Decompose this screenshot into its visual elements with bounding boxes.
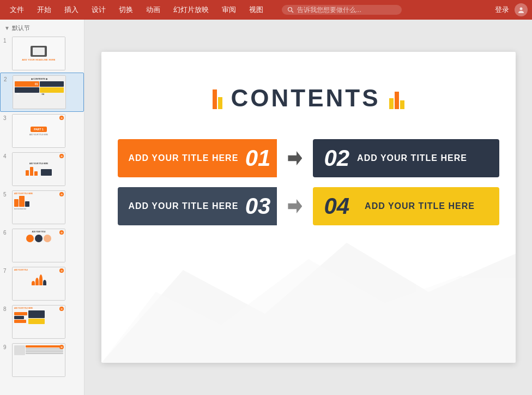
bar-5 [400, 100, 404, 109]
slide-title: CONTENTS [231, 85, 380, 112]
menu-home[interactable]: 开始 [32, 3, 57, 17]
slide-thumb-1[interactable]: 1 ADD YOUR HEADLINE HERE [0, 34, 84, 73]
slide-thumb-2[interactable]: 2 ◆ CONTENTS ◆ 01 02 03 04 [0, 73, 84, 112]
svg-line-1 [292, 11, 293, 13]
menu-transition[interactable]: 切换 [113, 3, 138, 17]
thumb-img-4: ADD YOUR TITLE HERE ⊕ [12, 152, 65, 186]
building-icon-left [213, 87, 222, 109]
thumb-img-6: ADD YOUR TITLE ⊕ [12, 229, 65, 262]
thumb-corner-icon-5: ⊕ [59, 192, 64, 196]
slide-canvas: CONTENTS ADD YOUR TITLE HERE 01 [101, 52, 516, 363]
slide-num-9: 9 [3, 344, 10, 350]
box-4-number: 04 [324, 195, 349, 218]
building-icon-right [389, 87, 404, 109]
section-arrow: ▼ [4, 25, 10, 31]
menu-review[interactable]: 审阅 [216, 3, 241, 17]
boxes-area: ADD YOUR TITLE HERE 01 02 ADD YOUR TITLE… [118, 139, 499, 225]
arrow-connector-1 [287, 151, 303, 165]
slide-num-4: 4 [3, 153, 10, 159]
slide-num-8: 8 [3, 306, 10, 312]
search-box[interactable] [282, 5, 402, 15]
slide-num-5: 5 [3, 191, 10, 198]
mountain-background [101, 226, 516, 363]
thumb-img-2: ◆ CONTENTS ◆ 01 02 03 04 [13, 75, 66, 109]
menu-slideshow[interactable]: 幻灯片放映 [168, 3, 214, 17]
svg-point-0 [288, 8, 292, 11]
thumb-corner-icon-8: ⊕ [59, 307, 64, 311]
slide-thumb-5[interactable]: 5 ADD YOUR TITLE HERE text text text tex… [0, 188, 84, 226]
menu-view[interactable]: 视图 [244, 3, 269, 17]
search-icon [287, 7, 294, 13]
box-3-title: ADD YOUR TITLE HERE [129, 201, 239, 211]
thumb-corner-icon-6: ⊕ [59, 230, 64, 235]
box-3-number: 03 [241, 187, 277, 225]
thumb-img-1: ADD YOUR HEADLINE HERE [12, 37, 65, 70]
slide-num-7: 7 [3, 268, 10, 274]
content-box-4[interactable]: 04 ADD YOUR TITLE HERE [313, 187, 499, 225]
menu-bar: 文件 开始 插入 设计 切换 动画 幻灯片放映 审阅 视图 登录 [0, 0, 532, 20]
thumb-img-9: ⊕ [12, 343, 65, 377]
slide-thumb-8[interactable]: 8 ADD YOUR TITLE HERE [0, 303, 84, 341]
menu-insert[interactable]: 插入 [59, 3, 84, 17]
section-name: 默认节 [12, 24, 30, 32]
content-box-3[interactable]: ADD YOUR TITLE HERE 03 [118, 187, 277, 225]
box-1-title: ADD YOUR TITLE HERE [129, 153, 239, 163]
svg-marker-4 [101, 259, 516, 363]
slide-thumb-9[interactable]: 9 ⊕ [0, 341, 84, 379]
thumb-img-7: ADD YOUR TITLE ⊕ [12, 267, 65, 301]
slide-thumb-3[interactable]: 3 PART 1 ADD YOUR TITLE HERE ⊕ [0, 112, 84, 150]
search-input[interactable] [297, 6, 384, 14]
slide-thumb-4[interactable]: 4 ADD YOUR TITLE HERE ⊕ [0, 150, 84, 188]
slide-num-2: 2 [4, 76, 10, 82]
user-icon [517, 6, 525, 14]
content-box-1[interactable]: ADD YOUR TITLE HERE 01 [118, 139, 277, 177]
svg-point-2 [520, 8, 523, 10]
content-box-2[interactable]: 02 ADD YOUR TITLE HERE [313, 139, 499, 177]
thumb-img-5: ADD YOUR TITLE HERE text text text text … [12, 190, 65, 224]
thumb-img-3: PART 1 ADD YOUR TITLE HERE ⊕ [12, 114, 65, 148]
content-area: CONTENTS ADD YOUR TITLE HERE 01 [84, 20, 532, 395]
slide-thumb-6[interactable]: 6 ADD YOUR TITLE ⊕ [0, 226, 84, 265]
box-1-number: 01 [241, 139, 277, 177]
bar-1 [213, 89, 217, 109]
slide-thumb-7[interactable]: 7 ADD YOUR TITLE ⊕ [0, 265, 84, 303]
slide-title-area: CONTENTS [213, 85, 404, 112]
slide-num-6: 6 [3, 230, 10, 236]
arrow-connector-2 [287, 199, 303, 213]
menu-right: 登录 [495, 3, 528, 16]
menu-animation[interactable]: 动画 [141, 3, 166, 17]
slide-num-1: 1 [3, 38, 10, 44]
thumb-corner-icon-4: ⊕ [59, 154, 64, 158]
bar-3 [389, 98, 394, 109]
thumb-corner-icon-9: ⊕ [59, 345, 64, 349]
box-4-title: ADD YOUR TITLE HERE [365, 201, 475, 211]
bar-2 [218, 97, 222, 109]
login-button[interactable]: 登录 [495, 5, 509, 15]
section-label: ▼ 默认节 [0, 22, 84, 34]
arrow-icon-1 [288, 151, 302, 165]
menu-file[interactable]: 文件 [4, 3, 29, 17]
thumb-corner-icon-7: ⊕ [59, 268, 64, 273]
menu-design[interactable]: 设计 [86, 3, 111, 17]
arrow-icon-2 [288, 199, 302, 213]
slide-num-3: 3 [3, 115, 10, 121]
main-layout: ▼ 默认节 1 ADD YOUR HEADLINE HERE 2 ◆ CONTE… [0, 20, 532, 395]
box-row-2: ADD YOUR TITLE HERE 03 04 ADD YOUR TITLE… [118, 187, 499, 225]
box-2-title: ADD YOUR TITLE HERE [357, 153, 467, 163]
thumb-img-8: ADD YOUR TITLE HERE ⊕ [12, 305, 65, 339]
bar-4 [395, 92, 399, 109]
avatar[interactable] [515, 3, 528, 16]
box-2-number: 02 [324, 147, 349, 170]
box-row-1: ADD YOUR TITLE HERE 01 02 ADD YOUR TITLE… [118, 139, 499, 177]
sidebar: ▼ 默认节 1 ADD YOUR HEADLINE HERE 2 ◆ CONTE… [0, 20, 84, 395]
thumb-corner-icon-3: ⊕ [59, 116, 64, 120]
